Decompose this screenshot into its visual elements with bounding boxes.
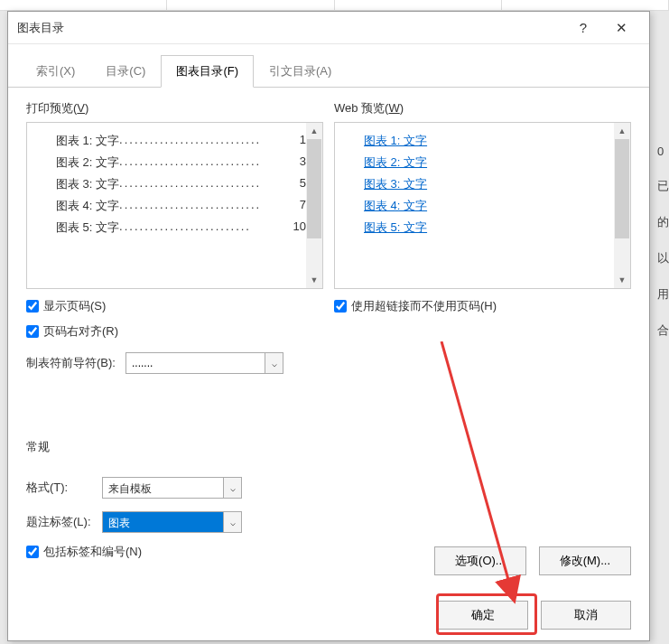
format-combo[interactable]: 来自模板 ⌵ xyxy=(102,477,242,499)
hyperlinks-label: 使用超链接而不使用页码(H) xyxy=(351,298,497,314)
right-align-checkbox[interactable] xyxy=(26,325,39,338)
print-preview-item: 图表 3: 文字............................5 xyxy=(56,173,306,195)
web-preview-link[interactable]: 图表 1: 文字 xyxy=(364,130,614,152)
chevron-down-icon[interactable]: ⌵ xyxy=(224,511,242,533)
leader-label: 制表符前导符(B): xyxy=(26,355,116,371)
caption-value: 图表 xyxy=(102,511,224,533)
scroll-thumb[interactable] xyxy=(615,139,629,238)
close-button[interactable]: ✕ xyxy=(602,12,640,44)
scroll-down-icon[interactable]: ▼ xyxy=(306,272,322,288)
obscured-background-text: 0 已 的 以 用 合 xyxy=(657,145,669,339)
tab-index[interactable]: 索引(X) xyxy=(21,55,90,88)
print-scrollbar[interactable]: ▲ ▼ xyxy=(306,123,322,288)
tab-citations[interactable]: 引文目录(A) xyxy=(254,55,347,88)
format-value: 来自模板 xyxy=(102,477,224,499)
show-page-label: 显示页码(S) xyxy=(43,298,106,314)
dialog-title: 图表目录 xyxy=(17,20,564,36)
tab-figures[interactable]: 图表目录(F) xyxy=(161,55,254,88)
caption-label: 题注标签(L): xyxy=(26,514,93,530)
show-page-checkbox[interactable] xyxy=(26,300,39,313)
print-preview-item: 图表 5: 文字..........................10 xyxy=(56,217,306,238)
right-align-label: 页码右对齐(R) xyxy=(43,323,118,340)
web-preview-link[interactable]: 图表 4: 文字 xyxy=(364,195,614,217)
cancel-button[interactable]: 取消 xyxy=(541,601,631,630)
include-label-checkbox[interactable] xyxy=(26,546,39,558)
caption-combo[interactable]: 图表 ⌵ xyxy=(102,511,242,533)
print-preview-item: 图表 2: 文字............................3 xyxy=(56,152,306,173)
modify-button[interactable]: 修改(M)... xyxy=(539,546,631,575)
include-label-text: 包括标签和编号(N) xyxy=(43,544,142,560)
hyperlinks-checkbox[interactable] xyxy=(334,300,347,313)
web-preview-box: 图表 1: 文字 图表 2: 文字 图表 3: 文字 图表 4: 文字 图表 5… xyxy=(334,122,631,289)
tab-toc[interactable]: 目录(C) xyxy=(90,55,161,88)
print-preview-item: 图表 4: 文字............................7 xyxy=(56,195,306,217)
web-scrollbar[interactable]: ▲ ▼ xyxy=(614,123,630,288)
format-label: 格式(T): xyxy=(26,480,93,496)
figure-toc-dialog: 图表目录 ? ✕ 索引(X) 目录(C) 图表目录(F) 引文目录(A) 打印预… xyxy=(7,11,650,641)
print-preview-box: 图表 1: 文字............................1 图表… xyxy=(26,122,323,289)
print-preview-item: 图表 1: 文字............................1 xyxy=(56,130,306,152)
ok-button[interactable]: 确定 xyxy=(438,601,528,630)
web-preview-link[interactable]: 图表 3: 文字 xyxy=(364,173,614,195)
scroll-up-icon[interactable]: ▲ xyxy=(306,123,322,139)
web-preview-link[interactable]: 图表 2: 文字 xyxy=(364,152,614,173)
help-button[interactable]: ? xyxy=(564,12,602,44)
chevron-down-icon[interactable]: ⌵ xyxy=(224,477,242,499)
leader-input[interactable] xyxy=(125,352,265,374)
chevron-down-icon[interactable]: ⌵ xyxy=(265,352,283,374)
scroll-thumb[interactable] xyxy=(307,139,321,238)
options-button[interactable]: 选项(O)... xyxy=(434,546,526,575)
scroll-up-icon[interactable]: ▲ xyxy=(614,123,630,139)
leader-combo[interactable]: ⌵ xyxy=(125,352,283,374)
titlebar: 图表目录 ? ✕ xyxy=(8,12,649,44)
web-preview-link[interactable]: 图表 5: 文字 xyxy=(364,217,614,238)
print-preview-label: 打印预览(V) xyxy=(26,100,323,117)
tab-bar: 索引(X) 目录(C) 图表目录(F) 引文目录(A) xyxy=(8,55,649,88)
web-preview-label: Web 预览(W) xyxy=(334,100,631,117)
general-section-label: 常规 xyxy=(26,439,631,455)
scroll-down-icon[interactable]: ▼ xyxy=(614,272,630,288)
